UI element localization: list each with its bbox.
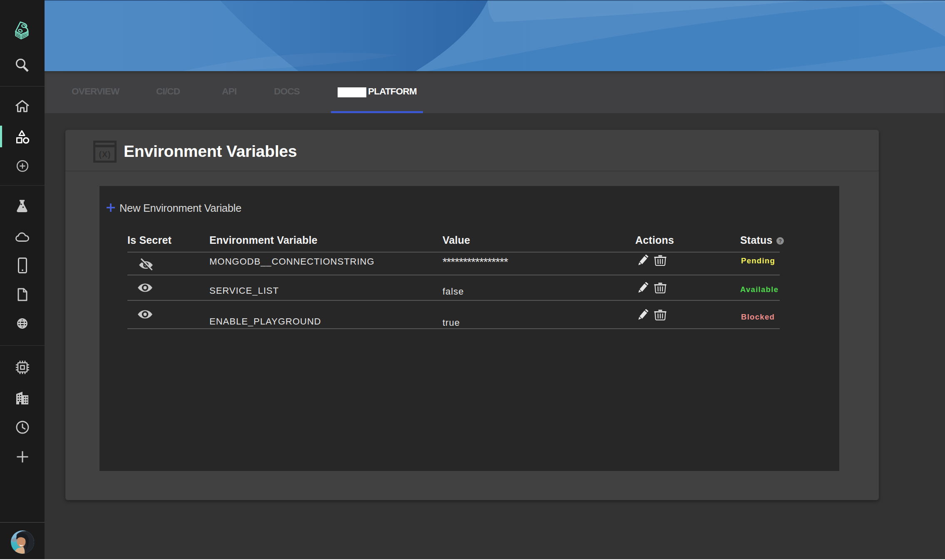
svg-text:(X): (X) [99, 150, 111, 159]
svg-text:?: ? [778, 238, 782, 244]
